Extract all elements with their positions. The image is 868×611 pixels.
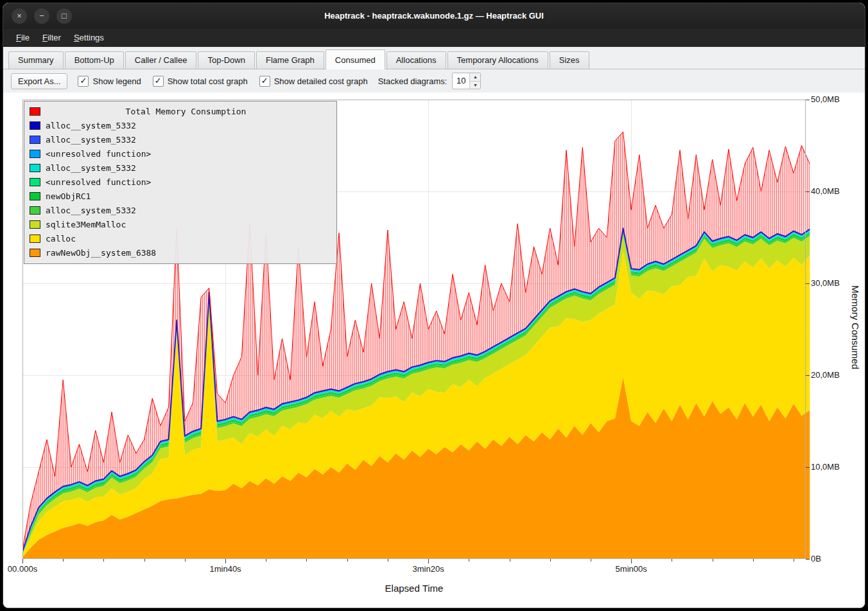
legend-title-swatch: [30, 107, 40, 116]
legend-swatch: [30, 249, 40, 257]
titlebar[interactable]: ×−□ Heaptrack - heaptrack.wakunode.1.gz …: [3, 3, 865, 29]
tab-top-down[interactable]: Top-Down: [198, 51, 255, 69]
check-icon: ✓: [78, 76, 89, 87]
checkbox-show-legend[interactable]: ✓Show legend: [78, 76, 141, 87]
maximize-icon: □: [62, 11, 67, 21]
minimize-icon: −: [39, 11, 44, 21]
x-tick-label: 3min20s: [413, 564, 444, 574]
legend-label: alloc__system_5332: [46, 135, 136, 145]
legend-label: alloc__system_5332: [46, 206, 136, 215]
legend-label: <unresolved function>: [46, 177, 151, 187]
check-icon: ✓: [259, 76, 270, 87]
legend-item: alloc__system_5332: [30, 118, 331, 132]
legend-swatch: [30, 150, 40, 158]
legend-items: alloc__system_5332alloc__system_5332<unr…: [30, 118, 331, 260]
x-axis-title: Elapsed Time: [22, 583, 806, 594]
tab-temporary-allocations[interactable]: Temporary Allocations: [447, 51, 548, 69]
y-tick-label: 40,0MB: [811, 186, 840, 196]
y-tick-label: 0B: [811, 554, 821, 563]
y-axis-title: Memory Consumed: [850, 285, 861, 369]
legend-swatch: [30, 164, 40, 172]
tab-bar: SummaryBottom-UpCaller / CalleeTop-DownF…: [3, 47, 865, 69]
legend-title-row: Total Memory Consumption: [30, 104, 331, 118]
y-tick-label: 50,0MB: [811, 94, 840, 104]
window-minimize-button[interactable]: −: [34, 8, 49, 24]
window-controls: ×−□: [12, 8, 72, 24]
legend-label: <unresolved function>: [46, 149, 151, 159]
y-tick-label: 10,0MB: [811, 462, 840, 472]
window-maximize-button[interactable]: □: [56, 8, 72, 24]
tab-allocations[interactable]: Allocations: [386, 51, 446, 69]
legend-swatch: [30, 192, 40, 200]
legend-swatch: [30, 220, 40, 229]
tab-bottom-up[interactable]: Bottom-Up: [65, 51, 124, 69]
x-tick-label: 1min40s: [209, 564, 241, 574]
window-close-button[interactable]: ×: [12, 8, 27, 24]
legend-item: alloc__system_5332: [30, 203, 331, 217]
stacked-diagrams-group: Stacked diagrams: 10 ▲ ▼: [378, 73, 482, 89]
menu-item-filter[interactable]: Filter: [36, 29, 67, 47]
spin-up-icon[interactable]: ▲: [470, 73, 480, 82]
tab-flame-graph[interactable]: Flame Graph: [256, 51, 324, 69]
x-tick-label: 00.000s: [8, 564, 37, 574]
legend-swatch: [30, 178, 40, 186]
tab-summary[interactable]: Summary: [8, 51, 64, 69]
legend-label: newObjRC1: [46, 191, 91, 201]
stacked-diagrams-label: Stacked diagrams:: [378, 76, 447, 86]
legend-item: calloc: [30, 231, 331, 245]
window-title: Heaptrack - heaptrack.wakunode.1.gz — He…: [3, 3, 865, 29]
toolbar-checkboxes: ✓Show legend✓Show total cost graph✓Show …: [78, 76, 367, 87]
legend-swatch: [30, 206, 40, 215]
stacked-diagrams-spinbox[interactable]: 10 ▲ ▼: [452, 73, 481, 89]
legend-item: newObjRC1: [30, 189, 331, 203]
tab-sizes[interactable]: Sizes: [550, 51, 589, 69]
checkbox-show-total-cost-graph[interactable]: ✓Show total cost graph: [153, 76, 248, 87]
legend-label: alloc__system_5332: [46, 163, 136, 173]
checkbox-label: Show total cost graph: [168, 76, 248, 86]
x-tick-label: 5min00s: [616, 564, 647, 574]
y-tick-label: 30,0MB: [811, 278, 840, 288]
chart-region: Total Memory Consumption alloc__system_5…: [3, 93, 865, 608]
legend-item: <unresolved function>: [30, 175, 331, 189]
checkbox-show-detailed-cost-graph[interactable]: ✓Show detailed cost graph: [259, 76, 368, 87]
legend-label: alloc__system_5332: [46, 121, 136, 130]
y-tick-label: 20,0MB: [811, 370, 840, 380]
app-window: ×−□ Heaptrack - heaptrack.wakunode.1.gz …: [3, 3, 865, 608]
checkbox-label: Show detailed cost graph: [274, 76, 368, 86]
stacked-diagrams-value: 10: [453, 73, 469, 89]
legend-title: Total Memory Consumption: [40, 107, 331, 116]
legend-item: sqlite3MemMalloc: [30, 217, 331, 231]
menu-item-file[interactable]: File: [10, 29, 36, 47]
menu-item-settings[interactable]: Settings: [67, 29, 110, 47]
legend-item: alloc__system_5332: [30, 161, 331, 175]
export-as-button[interactable]: Export As...: [11, 73, 67, 89]
legend-item: rawNewObj__system_6388: [30, 245, 331, 260]
legend-label: sqlite3MemMalloc: [46, 220, 126, 229]
legend-swatch: [30, 136, 40, 144]
legend-label: rawNewObj__system_6388: [46, 248, 156, 258]
chart-legend: Total Memory Consumption alloc__system_5…: [24, 101, 337, 264]
toolbar: Export As... ✓Show legend✓Show total cos…: [3, 69, 865, 93]
tab-caller-callee[interactable]: Caller / Callee: [125, 51, 197, 69]
spin-down-icon[interactable]: ▼: [470, 82, 480, 89]
menu-bar: FileFilterSettings: [3, 29, 865, 47]
legend-item: alloc__system_5332: [30, 132, 331, 146]
legend-swatch: [30, 121, 40, 130]
legend-swatch: [30, 235, 40, 243]
spinner-buttons: ▲ ▼: [469, 73, 480, 89]
check-icon: ✓: [153, 76, 164, 87]
legend-label: calloc: [46, 234, 76, 244]
checkbox-label: Show legend: [92, 76, 141, 86]
legend-item: <unresolved function>: [30, 146, 331, 161]
close-icon: ×: [17, 11, 22, 21]
tab-consumed[interactable]: Consumed: [326, 49, 385, 69]
